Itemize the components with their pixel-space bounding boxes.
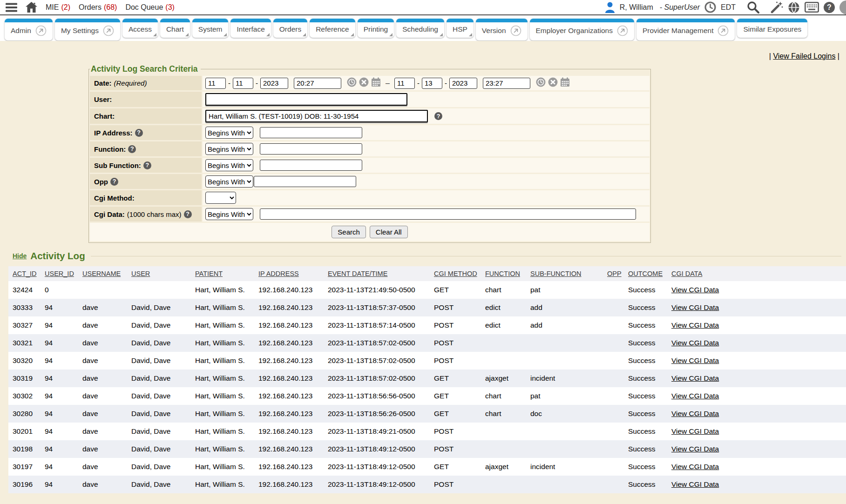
tab-printing[interactable]: Printing <box>358 19 394 38</box>
magic-wand-icon[interactable] <box>771 1 783 13</box>
date-from-month-input[interactable] <box>205 78 226 89</box>
cgi-data-input[interactable] <box>260 208 636 220</box>
ip-address-input[interactable] <box>260 127 362 138</box>
ip-help-icon[interactable]: ? <box>135 129 143 137</box>
nav-item-orders[interactable]: Orders (68) <box>79 3 117 12</box>
calendar-icon[interactable] <box>560 77 570 89</box>
external-link-icon[interactable] <box>717 25 729 36</box>
cgi-data-help-icon[interactable]: ? <box>184 210 192 218</box>
nav-item-mie[interactable]: MIE (2) <box>46 3 70 12</box>
sort-link-event-date-time[interactable]: EVENT DATE/TIME <box>328 270 387 277</box>
date-from-day-input[interactable] <box>233 78 253 89</box>
view-cgi-data-link[interactable]: View CGI Data <box>671 374 719 382</box>
tab-orders[interactable]: Orders <box>273 19 307 38</box>
external-link-icon[interactable] <box>103 25 114 36</box>
cell-outcome: Success <box>625 476 669 493</box>
calendar-icon[interactable] <box>371 77 381 89</box>
sort-link-username[interactable]: USERNAME <box>82 270 121 277</box>
sort-link-user-id[interactable]: USER_ID <box>45 270 74 277</box>
opp-match-select[interactable]: Begins With <box>205 175 253 188</box>
sort-link-act-id[interactable]: ACT_ID <box>13 270 37 277</box>
clear-date-icon[interactable] <box>359 77 369 89</box>
clear-date-icon[interactable] <box>548 77 558 89</box>
globe-icon[interactable] <box>788 1 800 13</box>
keyboard-icon[interactable] <box>805 2 819 13</box>
tab-chart[interactable]: Chart <box>160 19 190 38</box>
chart-input[interactable] <box>205 110 428 122</box>
time-picker-icon[interactable] <box>536 77 546 89</box>
sub-function-match-select[interactable]: Begins With <box>205 159 253 171</box>
tab-my-settings[interactable]: My Settings <box>55 19 120 40</box>
date-to-year-input[interactable] <box>449 78 477 89</box>
view-failed-logins-link[interactable]: View Failed Logins <box>773 52 835 60</box>
external-link-icon[interactable] <box>617 25 628 36</box>
opp-help-icon[interactable]: ? <box>110 178 118 186</box>
home-icon[interactable] <box>26 2 37 13</box>
sort-link-cgi-method[interactable]: CGI METHOD <box>434 270 477 277</box>
tab-reference[interactable]: Reference <box>310 19 355 38</box>
tab-provider-management[interactable]: Provider Management <box>636 19 735 40</box>
view-cgi-data-link[interactable]: View CGI Data <box>671 427 719 435</box>
function-row: Function: ? Begins With <box>90 141 650 156</box>
sub-function-input[interactable] <box>260 160 362 171</box>
view-cgi-data-link[interactable]: View CGI Data <box>671 286 719 294</box>
nav-item-doc-queue[interactable]: Doc Queue (3) <box>125 3 175 12</box>
user-name[interactable]: R, William <box>620 3 653 12</box>
tab-interface[interactable]: Interface <box>230 19 271 38</box>
cgi-method-select[interactable] <box>205 192 236 204</box>
hide-activity-log-link[interactable]: Hide <box>13 252 27 260</box>
sort-link-user[interactable]: USER <box>131 270 150 277</box>
tab-version[interactable]: Version <box>476 19 528 40</box>
tab-similar-exposures[interactable]: Similar Exposures <box>737 19 807 38</box>
help-icon[interactable]: ? <box>824 2 835 13</box>
view-cgi-data-link[interactable]: View CGI Data <box>671 339 719 347</box>
ip-match-select[interactable]: Begins With <box>205 127 253 139</box>
function-help-icon[interactable]: ? <box>128 145 136 153</box>
sort-link-patient[interactable]: PATIENT <box>195 270 223 277</box>
sub-function-help-icon[interactable]: ? <box>143 161 151 169</box>
cell-user: David, Dave <box>129 476 192 493</box>
tab-employer-organizations[interactable]: Employer Organizations <box>530 19 634 40</box>
tab-scheduling[interactable]: Scheduling <box>396 19 444 38</box>
chart-help-icon[interactable]: ? <box>434 112 442 120</box>
external-link-icon[interactable] <box>510 25 521 36</box>
tab-body: Provider Management <box>636 22 735 40</box>
opp-input[interactable] <box>254 176 356 187</box>
cell-cgi-data: View CGI Data <box>669 405 846 423</box>
date-to-month-input[interactable] <box>394 78 415 89</box>
date-from-time-input[interactable] <box>294 78 341 89</box>
tab-system[interactable]: System <box>192 19 229 38</box>
time-picker-icon[interactable] <box>347 77 357 89</box>
view-cgi-data-link[interactable]: View CGI Data <box>671 321 719 329</box>
user-input[interactable] <box>205 93 407 106</box>
sort-link-sub-function[interactable]: SUB-FUNCTION <box>530 270 582 277</box>
view-cgi-data-link[interactable]: View CGI Data <box>671 410 719 417</box>
function-match-select[interactable]: Begins With <box>205 143 253 155</box>
sort-link-cgi-data[interactable]: CGI DATA <box>671 270 702 277</box>
sort-link-function[interactable]: FUNCTION <box>485 270 520 277</box>
cgi-data-match-select[interactable]: Begins With <box>205 208 253 220</box>
avatar-partial-icon[interactable] <box>839 0 846 14</box>
view-cgi-data-link[interactable]: View CGI Data <box>671 303 719 311</box>
date-from-year-input[interactable] <box>260 78 288 89</box>
date-to-day-input[interactable] <box>422 78 442 89</box>
external-link-icon[interactable] <box>35 25 47 36</box>
view-cgi-data-link[interactable]: View CGI Data <box>671 480 719 488</box>
sort-link-opp[interactable]: OPP <box>607 270 622 277</box>
clear-all-button[interactable]: Clear All <box>370 226 408 238</box>
search-button[interactable]: Search <box>332 226 366 238</box>
hamburger-menu-icon[interactable] <box>6 3 17 12</box>
tab-hsp[interactable]: HSP <box>447 19 474 38</box>
view-cgi-data-link[interactable]: View CGI Data <box>671 392 719 400</box>
clock-icon[interactable] <box>704 1 716 13</box>
function-input[interactable] <box>260 143 362 155</box>
search-icon[interactable] <box>747 1 759 13</box>
tab-admin[interactable]: Admin <box>5 19 53 40</box>
view-cgi-data-link[interactable]: View CGI Data <box>671 445 719 453</box>
view-cgi-data-link[interactable]: View CGI Data <box>671 356 719 364</box>
view-cgi-data-link[interactable]: View CGI Data <box>671 463 719 470</box>
sort-link-outcome[interactable]: OUTCOME <box>628 270 663 277</box>
tab-access[interactable]: Access <box>122 19 158 38</box>
sort-link-ip-address[interactable]: IP ADDRESS <box>258 270 299 277</box>
date-to-time-input[interactable] <box>483 78 530 89</box>
